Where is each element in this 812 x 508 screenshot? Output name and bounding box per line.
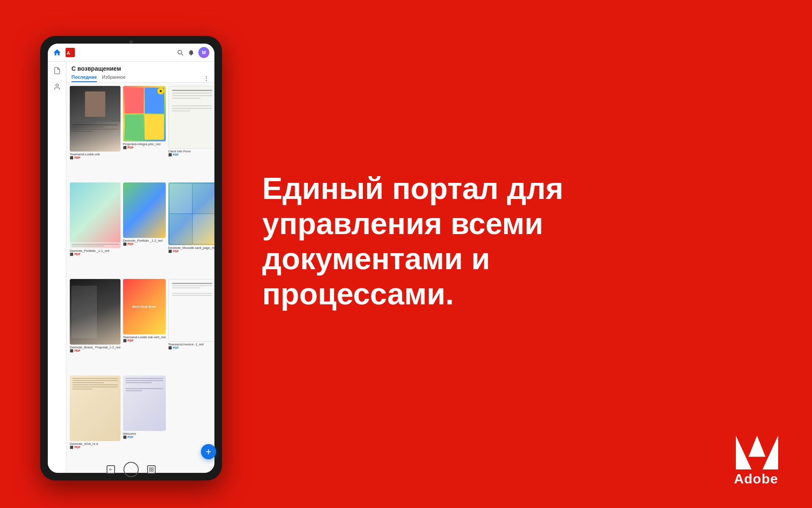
list-item[interactable]: Dexinote_SOA_re d ⬛ PDF bbox=[70, 375, 121, 469]
svg-marker-9 bbox=[749, 436, 765, 457]
svg-rect-3 bbox=[150, 468, 151, 469]
file-type: ⬛ PDF bbox=[70, 349, 80, 353]
list-item[interactable]: ★ Projected-Infogra phic_red bbox=[123, 86, 166, 180]
nav-home-button[interactable] bbox=[123, 462, 139, 477]
app-main-title: С возвращением bbox=[71, 65, 209, 72]
app-header-right: M bbox=[176, 47, 209, 58]
file-thumbnail bbox=[123, 375, 166, 431]
app-main-tabs: Последние Избранное ⋮ bbox=[71, 75, 209, 82]
file-thumbnail: ★ bbox=[123, 86, 166, 141]
sidebar-icon-user[interactable] bbox=[52, 82, 62, 91]
file-type: ⬛ PDF bbox=[123, 339, 134, 342]
fab-button[interactable]: + bbox=[201, 444, 214, 459]
tablet-camera bbox=[129, 40, 133, 44]
tablet-screen: A M bbox=[48, 44, 214, 473]
file-type: ⬛ PDF bbox=[168, 153, 179, 157]
svg-rect-4 bbox=[152, 468, 154, 469]
app-main: С возвращением Последние Избранное ⋮ bbox=[66, 62, 214, 473]
file-thumbnail bbox=[70, 279, 121, 345]
file-name: Projected-Infogra phic_red bbox=[123, 142, 166, 146]
list-item[interactable]: Townsend-Invoice -1_red ⬛ PDF bbox=[168, 279, 214, 373]
app-header-left: A bbox=[53, 48, 75, 57]
nav-back-button[interactable] bbox=[107, 465, 115, 474]
file-type: ⬛ PDF bbox=[123, 146, 134, 149]
svg-marker-7 bbox=[736, 436, 752, 469]
file-name: Welcome bbox=[123, 432, 166, 436]
file-name: Townsend-Invoice -1_red bbox=[168, 342, 214, 346]
file-thumbnail bbox=[168, 279, 214, 342]
file-type: ⬛ PDF bbox=[123, 243, 134, 246]
svg-point-2 bbox=[56, 84, 58, 86]
home-icon[interactable] bbox=[53, 48, 61, 57]
hero-text: Единый портал для управления всеми докум… bbox=[262, 171, 778, 311]
file-thumbnail bbox=[70, 182, 121, 248]
file-type: ⬛ PDF bbox=[168, 250, 179, 253]
svg-text:A: A bbox=[67, 50, 70, 55]
tab-favorites[interactable]: Избранное bbox=[102, 75, 126, 82]
list-item[interactable]: Dexinote_Mooodb oard_page_red ⬛ PDF bbox=[168, 182, 214, 276]
bell-icon[interactable] bbox=[187, 49, 195, 56]
list-item[interactable]: Dexinote_Portfolio _1-1_red ⬛ PDF bbox=[70, 182, 121, 276]
search-icon[interactable] bbox=[176, 49, 184, 56]
app-header: A M bbox=[48, 44, 214, 62]
avatar[interactable]: M bbox=[198, 47, 209, 58]
sidebar-icon-files[interactable] bbox=[52, 66, 62, 75]
file-name: Client Info Form bbox=[168, 149, 214, 153]
adobe-logo-mark bbox=[736, 436, 778, 469]
list-item[interactable]: Dexinote_Portfolio _1-2_red ⬛ PDF bbox=[123, 182, 166, 276]
file-thumbnail: Best Deal Ever bbox=[123, 279, 166, 334]
list-item[interactable]: Client Info Form ⬛ PDF bbox=[168, 86, 214, 180]
svg-rect-6 bbox=[152, 470, 154, 472]
file-name: Dexinote_Portfolio _1-2_red bbox=[123, 239, 166, 243]
file-thumbnail bbox=[70, 86, 121, 152]
file-type: ⬛ PDF bbox=[168, 346, 179, 350]
file-type: ⬛ PDF bbox=[70, 253, 80, 256]
file-type: ⬛ PDF bbox=[70, 156, 80, 160]
file-grid: Townsend-Lookb ook ⬛ PDF ★ bbox=[66, 83, 214, 473]
list-item[interactable]: Best Deal Ever Townsend-Lookb ook-vert_r… bbox=[123, 279, 166, 373]
app-body: С возвращением Последние Избранное ⋮ bbox=[48, 62, 214, 473]
nav-recent-button[interactable] bbox=[147, 465, 156, 474]
tablet: A M bbox=[40, 36, 222, 480]
file-thumbnail bbox=[70, 375, 121, 441]
adobe-logo: Adobe bbox=[734, 436, 778, 487]
list-item[interactable]: Welcome ⬛ PDF bbox=[123, 375, 166, 469]
right-section: Единый портал для управления всеми докум… bbox=[237, 146, 812, 362]
left-section: A M bbox=[0, 0, 237, 508]
svg-marker-8 bbox=[763, 436, 778, 469]
more-button[interactable]: ⋮ bbox=[203, 75, 209, 82]
file-name: Dexinote_Mooodb oard_page_red bbox=[168, 246, 214, 250]
star-badge: ★ bbox=[157, 88, 164, 94]
adobe-brand: Adobe bbox=[734, 471, 778, 487]
list-item[interactable]: Dexinote_Brand_ Proposal_1-2_red ⬛ PDF bbox=[70, 279, 121, 373]
sidebar bbox=[48, 62, 66, 473]
tab-recent[interactable]: Последние bbox=[71, 75, 97, 82]
acrobat-icon: A bbox=[66, 48, 75, 57]
file-type: ⬛ PDF bbox=[123, 436, 134, 439]
list-item[interactable]: Townsend-Lookb ook ⬛ PDF bbox=[70, 86, 121, 180]
app-main-header: С возвращением Последние Избранное ⋮ bbox=[66, 62, 214, 83]
svg-rect-5 bbox=[150, 470, 151, 472]
file-thumbnail bbox=[123, 182, 166, 238]
file-thumbnail bbox=[168, 182, 214, 245]
file-thumbnail bbox=[168, 86, 214, 149]
file-type: ⬛ PDF bbox=[70, 446, 80, 449]
tablet-bottom-nav bbox=[107, 462, 156, 477]
file-name: Townsend-Lookb ook-vert_red bbox=[123, 335, 166, 339]
